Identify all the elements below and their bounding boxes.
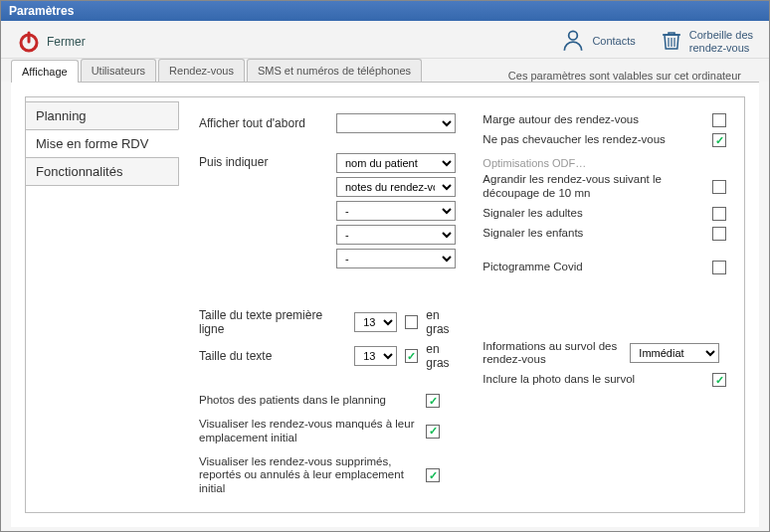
checkbox-agrandir[interactable] [712, 180, 726, 194]
tab-scope-note: Ces paramètres sont valables sur cet ord… [508, 65, 759, 82]
checkbox-picto-covid[interactable] [712, 261, 726, 274]
select-indiquer-3[interactable]: - [336, 201, 456, 221]
checkbox-signaler-enfants[interactable] [712, 227, 726, 241]
checkbox-gras-premiere[interactable] [405, 315, 418, 329]
content-area: Planning Mise en forme RDV Fonctionnalit… [11, 82, 759, 527]
form-col-right: Marge autour des rendez-vous Ne pas chev… [482, 113, 726, 502]
checkbox-signaler-adultes[interactable] [712, 207, 726, 221]
settings-window: Paramètres Fermer Contacts Corbeille des [0, 0, 770, 532]
form-area: Afficher tout d'abord Puis indiquer nom … [179, 97, 744, 512]
person-icon [560, 27, 586, 56]
close-label: Fermer [47, 35, 86, 49]
select-info-survol[interactable]: Immédiat [630, 343, 719, 363]
label-taille-texte: Taille du texte [199, 349, 346, 363]
checkbox-inclure-photo[interactable] [712, 373, 726, 387]
power-icon [17, 30, 41, 54]
contacts-label: Contacts [592, 35, 635, 47]
sidenav-item-planning[interactable]: Planning [26, 101, 179, 130]
svg-point-2 [569, 31, 578, 40]
side-nav: Planning Mise en forme RDV Fonctionnalit… [26, 97, 179, 512]
checkbox-marge[interactable] [712, 113, 726, 127]
label-marge: Marge autour des rendez-vous [482, 113, 704, 127]
window-title: Paramètres [1, 1, 769, 21]
label-signaler-adultes: Signaler les adultes [482, 207, 704, 221]
label-agrandir: Agrandir les rendez-vous suivant le déco… [482, 173, 704, 201]
label-visu-supprimes: Visualiser les rendez-vous supprimés, re… [199, 455, 418, 496]
select-indiquer-1[interactable]: nom du patient [336, 153, 456, 173]
close-button[interactable]: Fermer [11, 28, 92, 56]
tab-utilisateurs[interactable]: Utilisateurs [81, 59, 156, 82]
label-signaler-enfants: Signaler les enfants [482, 227, 704, 241]
label-no-overlap: Ne pas chevaucher les rendez-vous [482, 133, 704, 147]
contacts-button[interactable]: Contacts [554, 25, 641, 58]
label-gras-2: en gras [426, 342, 463, 370]
tab-rendezvous[interactable]: Rendez-vous [158, 59, 245, 82]
form-col-left: Afficher tout d'abord Puis indiquer nom … [199, 113, 463, 502]
tabstrip: Affichage Utilisateurs Rendez-vous SMS e… [1, 59, 769, 82]
checkbox-visu-manques[interactable] [426, 425, 440, 439]
select-indiquer-5[interactable]: - [336, 249, 456, 268]
select-indiquer-2[interactable]: notes du rendez-vous [336, 177, 456, 197]
label-puis-indiquer: Puis indiquer [199, 153, 328, 169]
select-afficher-tout[interactable] [336, 113, 456, 133]
trash-label: Corbeille des rendez-vous [689, 29, 753, 53]
select-taille-premiere[interactable]: 13 [354, 312, 397, 332]
label-picto-covid: Pictogramme Covid [482, 261, 704, 274]
tab-affichage[interactable]: Affichage [11, 60, 79, 83]
sidenav-item-fonctionnalites[interactable]: Fonctionnalités [26, 157, 179, 186]
panel: Planning Mise en forme RDV Fonctionnalit… [25, 96, 745, 513]
label-inclure-photo: Inclure la photo dans le survol [482, 373, 704, 387]
sidenav-item-mise-en-forme[interactable]: Mise en forme RDV [26, 129, 179, 158]
group-optimisations-odf: Optimisations ODF… [482, 157, 726, 169]
label-gras-1: en gras [426, 308, 463, 336]
checkbox-photos-planning[interactable] [426, 394, 440, 408]
checkbox-no-overlap[interactable] [712, 133, 726, 147]
label-visu-manques: Visualiser les rendez-vous manqués à leu… [199, 418, 418, 445]
select-indiquer-4[interactable]: - [336, 225, 456, 245]
label-taille-premiere: Taille du texte première ligne [199, 308, 346, 336]
checkbox-visu-supprimes[interactable] [426, 468, 440, 482]
label-photos-planning: Photos des patients dans le planning [199, 394, 418, 408]
select-taille-texte[interactable]: 13 [354, 346, 397, 366]
label-afficher-tout: Afficher tout d'abord [199, 116, 328, 130]
tab-sms[interactable]: SMS et numéros de téléphones [247, 59, 422, 82]
trash-icon [660, 27, 683, 56]
label-info-survol: Informations au survol des rendez-vous [482, 340, 622, 368]
toolbar: Fermer Contacts Corbeille des rendez-vou… [1, 21, 769, 59]
trash-appointments-button[interactable]: Corbeille des rendez-vous [654, 25, 759, 58]
checkbox-gras-texte[interactable] [405, 349, 418, 363]
